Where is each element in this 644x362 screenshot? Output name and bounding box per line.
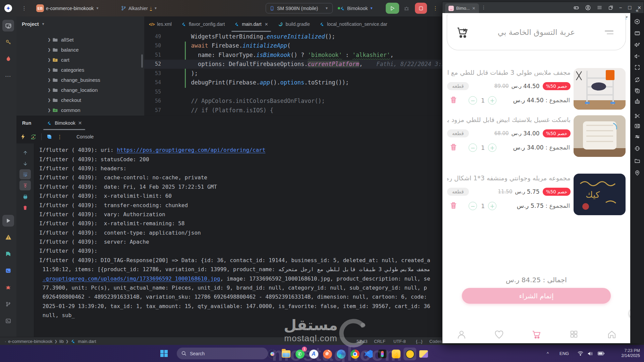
delete-item-button[interactable] [449, 143, 458, 152]
emu-folder-dark-button[interactable] [630, 157, 644, 165]
emu-record-button[interactable] [630, 122, 644, 130]
key-icon[interactable] [2, 36, 14, 48]
tree-item-categories[interactable]: ❯categories [16, 65, 144, 75]
start-button[interactable] [160, 350, 167, 357]
run-config-selector[interactable]: Bimokook ▼ [340, 0, 373, 16]
editor-tab-build.gradle[interactable]: build.gradle [273, 16, 315, 32]
increase-quantity-button[interactable]: + [488, 96, 496, 105]
emu-rotate-button[interactable]: A [630, 75, 644, 84]
vcs-widget[interactable]: Alkashier ↓ ▼ [121, 0, 157, 16]
chevron-right-icon[interactable]: ❯ [48, 58, 52, 62]
dart-analysis-icon[interactable] [2, 248, 14, 260]
taskbar-app-files[interactable] [417, 348, 430, 360]
emu-volume-up-button[interactable] [630, 41, 644, 49]
running-devices-icon[interactable] [2, 20, 14, 32]
warning-triangle-icon[interactable] [2, 231, 14, 243]
emu-account-button[interactable] [585, 5, 591, 11]
emu-snapshot-button[interactable] [630, 29, 644, 38]
breadcrumb-item[interactable]: e-commerce-bimokook [8, 339, 52, 344]
assistant-widget[interactable]: Codeiu [429, 337, 443, 345]
brace-widget[interactable]: {...} [416, 337, 423, 345]
console-output[interactable]: I/flutter ( 4039): uri: https://pos.grou… [39, 145, 430, 320]
emu-float-window-button[interactable] [608, 5, 613, 10]
emu-collapse-button[interactable]: « [630, 6, 644, 14]
scroll-end-button[interactable] [19, 180, 31, 190]
nav-grid-button[interactable] [569, 329, 579, 339]
run-play-icon[interactable] [2, 215, 14, 227]
nav-person-button[interactable] [457, 329, 467, 340]
menu-icon[interactable] [605, 31, 613, 36]
editor-tab-local_notification_service.dar[interactable]: local_notification_service.dar [315, 16, 392, 32]
emulator-device-tab[interactable]: Bimo... ✕ [445, 3, 479, 13]
nav-heart-button[interactable] [494, 329, 504, 340]
decrease-quantity-button[interactable]: − [469, 143, 477, 152]
emu-gamepad-button[interactable] [573, 5, 579, 11]
more-dots-icon[interactable]: ⋯ [2, 70, 14, 82]
delete-item-button[interactable] [449, 201, 458, 210]
arrow-down-button[interactable] [19, 159, 31, 169]
emu-volume-down-button[interactable] [630, 52, 644, 61]
tree-item-balance[interactable]: ❯balance [16, 45, 144, 55]
main-menu-button[interactable]: ⋮ [21, 0, 27, 16]
printer-button[interactable] [19, 192, 31, 202]
soft-wrap-button[interactable] [19, 169, 31, 179]
checkout-button[interactable]: إتمام الشراء [462, 288, 611, 304]
breadcrumb[interactable]: ·e-commerce-bimokook❯lib❯main.dart [5, 337, 96, 345]
delete-item-button[interactable] [449, 96, 458, 104]
taskbar-search[interactable]: Search [177, 348, 268, 359]
git-branch-icon[interactable] [2, 298, 14, 310]
increase-quantity-button[interactable]: + [488, 202, 496, 210]
project-widget[interactable]: EB e-commerce-bimokook ▼ [36, 0, 99, 16]
language-indicator[interactable]: ENG [559, 345, 569, 362]
tree-item-common[interactable]: ❯common [16, 105, 144, 115]
tray-expand-button[interactable]: ^ [547, 345, 549, 362]
device-selector[interactable]: SM S908N (mobile) ▼ [266, 3, 333, 13]
chevron-right-icon[interactable]: ❯ [48, 38, 52, 42]
hot-restart-button[interactable] [30, 134, 37, 140]
emu-fullscreen-button[interactable] [630, 63, 644, 72]
chevron-right-icon[interactable]: ❯ [48, 108, 52, 112]
console-link[interactable]: https://pos.grouptigereg.com/api/orderin… [117, 147, 265, 153]
scrollbar-thumb[interactable] [141, 54, 143, 68]
emu-snip-button[interactable] [630, 112, 644, 120]
chevron-right-icon[interactable]: ❯ [48, 48, 52, 52]
emu-location-pin-button[interactable] [630, 169, 644, 177]
chevron-right-icon[interactable]: ❯ [48, 98, 52, 102]
editor-tab-flavor_config.dart[interactable]: flavor_config.dart [176, 16, 229, 32]
hot-reload-button[interactable] [20, 134, 25, 140]
decrease-quantity-button[interactable]: − [469, 202, 477, 210]
decrease-quantity-button[interactable]: − [469, 96, 477, 105]
editor-tab-main.dart[interactable]: main.dart✕ [229, 16, 273, 32]
dart-devtools-button[interactable] [46, 134, 52, 140]
stop-button[interactable] [415, 3, 427, 14]
debug-button[interactable] [404, 0, 410, 16]
console-link[interactable]: .grouptigereg.com/uploads/img/1733696592… [43, 276, 220, 282]
wifi-icon[interactable] [578, 345, 583, 362]
emu-minimize-button[interactable]: − [619, 5, 622, 11]
run-button[interactable] [386, 3, 399, 14]
emu-screenshot-button[interactable] [630, 86, 644, 95]
terminal-icon[interactable] [2, 315, 14, 327]
tree-item-change_business[interactable]: ❯change_business [16, 75, 144, 85]
bug-icon[interactable] [2, 282, 14, 293]
logcat-icon[interactable] [2, 265, 14, 277]
chevron-right-icon[interactable]: ❯ [48, 78, 52, 82]
breadcrumb-item[interactable]: main.dart [78, 339, 96, 344]
battery-icon[interactable] [598, 345, 604, 362]
chevron-right-icon[interactable]: ❯ [48, 68, 52, 72]
flame-icon[interactable] [2, 53, 14, 64]
close-icon[interactable]: ✕ [78, 120, 82, 126]
chevron-right-icon[interactable]: ❯ [48, 88, 52, 92]
android-studio-logo[interactable]: ✦ [4, 0, 12, 16]
tab-options-button[interactable]: ⋮ [481, 5, 486, 10]
increase-quantity-button[interactable]: + [488, 143, 496, 152]
close-icon[interactable]: ✕ [265, 22, 268, 27]
tree-item-cart[interactable]: ❯cart [16, 55, 144, 65]
console-tab-label[interactable]: Console [76, 134, 94, 139]
emu-power-button[interactable] [630, 17, 644, 26]
tree-item-checkout[interactable]: ❯checkout [16, 95, 144, 105]
more-actions-button[interactable]: ⋮ [433, 0, 438, 16]
nav-cart-nav-button[interactable] [532, 329, 542, 340]
tree-item-allSet[interactable]: ❯allSet [16, 35, 144, 45]
run-tab-bimokook[interactable]: Bimokook ✕ [43, 116, 85, 130]
